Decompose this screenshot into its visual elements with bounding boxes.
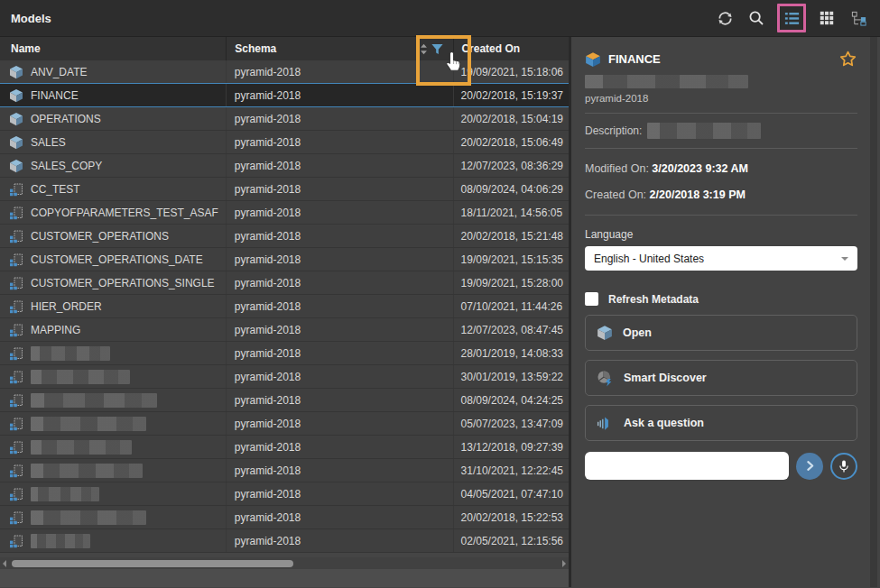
search-icon[interactable]	[746, 7, 767, 29]
datamodel-icon	[9, 464, 23, 478]
model-schema: pyramid-2018	[227, 107, 454, 130]
redacted-name	[31, 417, 146, 431]
datamodel-icon	[9, 534, 23, 548]
ask-question-button[interactable]: Ask a question	[585, 405, 857, 441]
column-header-created[interactable]: Created On	[454, 37, 569, 60]
table-row[interactable]: SALES pyramid-2018 20/02/2018, 15:06:49	[0, 131, 569, 154]
language-dropdown[interactable]: English - United States	[585, 246, 857, 271]
table-row[interactable]: pyramid-2018 28/01/2019, 14:08:33	[0, 342, 569, 365]
language-label: Language	[585, 228, 857, 241]
table-row[interactable]: CC_TEST pyramid-2018 08/09/2024, 04:06:2…	[0, 178, 569, 201]
model-name: ANV_DATE	[31, 66, 87, 78]
model-name: CC_TEST	[31, 183, 80, 196]
filter-funnel-icon[interactable]	[431, 42, 444, 56]
created-on-row: Created On: 2/20/2018 3:19 PM	[585, 188, 857, 201]
table-row[interactable]: pyramid-2018 30/01/2019, 13:59:22	[0, 365, 569, 389]
model-schema: pyramid-2018	[227, 482, 454, 505]
model-name: CUSTOMER_OPERATIONS	[31, 230, 169, 243]
model-name: SALES_COPY	[31, 160, 102, 172]
redacted-name	[31, 510, 146, 525]
model-schema: pyramid-2018	[227, 506, 454, 528]
model-created: 13/12/2018, 09:27:39	[454, 436, 569, 458]
model-created: 04/05/2021, 07:47:10	[454, 482, 569, 505]
model-created: 20/02/2018, 15:06:49	[454, 131, 569, 153]
ask-question-input[interactable]	[585, 452, 789, 480]
model-schema: pyramid-2018	[227, 178, 454, 200]
list-view-icon[interactable]	[781, 7, 802, 29]
titlebar: Models	[0, 0, 880, 37]
table-row[interactable]: CUSTOMER_OPERATIONS_DATE pyramid-2018 19…	[0, 248, 569, 271]
horizontal-scrollbar[interactable]	[0, 557, 569, 569]
smart-discover-button[interactable]: Smart Discover	[585, 360, 857, 396]
sort-arrows-icon[interactable]	[420, 42, 428, 56]
cube-icon	[9, 65, 23, 79]
table-row[interactable]: SALES_COPY pyramid-2018 12/07/2023, 08:3…	[0, 154, 569, 178]
column-header-schema[interactable]: Schema	[227, 37, 454, 60]
redacted-name	[31, 534, 90, 548]
model-created: 30/01/2019, 13:59:22	[454, 365, 569, 388]
scroll-right-icon[interactable]	[562, 560, 566, 567]
model-schema: pyramid-2018	[227, 84, 454, 106]
column-header-name[interactable]: Name	[0, 37, 227, 60]
refresh-icon[interactable]	[714, 7, 736, 29]
open-button[interactable]: Open	[585, 315, 857, 351]
scroll-left-icon[interactable]	[3, 560, 6, 567]
model-name: CUSTOMER_OPERATIONS_SINGLE	[31, 277, 215, 289]
datamodel-icon	[9, 510, 23, 525]
datamodel-icon	[9, 229, 23, 243]
cube-icon	[9, 88, 23, 103]
model-schema: pyramid-2018	[227, 201, 454, 224]
model-created: 19/09/2021, 15:15:35	[454, 248, 569, 271]
titlebar-actions	[714, 4, 869, 32]
table-row[interactable]: pyramid-2018 08/09/2024, 04:24:25	[0, 389, 569, 412]
send-button[interactable]	[796, 453, 823, 480]
smart-discover-icon	[597, 370, 614, 387]
hierarchy-view-icon[interactable]	[848, 7, 869, 29]
scrollbar-thumb[interactable]	[12, 560, 293, 567]
model-name: MAPPING	[31, 324, 80, 336]
cube-icon	[597, 325, 613, 341]
model-name: FINANCE	[31, 89, 79, 102]
model-schema: pyramid-2018	[227, 131, 454, 153]
model-created: 19/09/2021, 15:28:00	[454, 271, 569, 294]
table-row[interactable]: COPYOFPARAMETERS_TEST_ASAF pyramid-2018 …	[0, 201, 569, 225]
model-name: OPERATIONS	[31, 113, 101, 125]
table-row[interactable]: pyramid-2018 31/10/2021, 12:22:45	[0, 459, 569, 482]
table-row[interactable]: pyramid-2018 13/12/2018, 09:27:39	[0, 436, 569, 459]
datamodel-icon	[9, 323, 23, 337]
refresh-metadata-checkbox[interactable]	[585, 292, 598, 306]
datamodel-icon	[9, 276, 23, 290]
panel-scrollbar-track[interactable]	[870, 37, 877, 587]
table-row[interactable]: pyramid-2018 02/05/2021, 12:15:56	[0, 529, 569, 553]
model-schema: pyramid-2018	[227, 365, 454, 388]
modified-on-row: Modified On: 3/20/2023 9:32 AM	[585, 162, 857, 175]
model-created: 12/07/2023, 08:36:29	[454, 154, 569, 177]
table-row[interactable]: pyramid-2018 20/02/2018, 15:22:53	[0, 506, 569, 529]
table-row[interactable]: CUSTOMER_OPERATIONS pyramid-2018 20/02/2…	[0, 225, 569, 248]
model-schema: pyramid-2018	[227, 154, 454, 177]
table-row[interactable]: MAPPING pyramid-2018 12/07/2023, 08:47:4…	[0, 318, 569, 342]
model-created: 20/02/2018, 15:21:48	[454, 225, 569, 247]
model-created: 08/09/2024, 04:24:25	[454, 389, 569, 411]
table-row[interactable]: FINANCE pyramid-2018 20/02/2018, 15:19:3…	[0, 84, 569, 107]
table-row[interactable]: ANV_DATE pyramid-2018 19/09/2021, 15:18:…	[0, 60, 569, 84]
grid-view-icon[interactable]	[816, 7, 838, 29]
model-schema: pyramid-2018	[227, 225, 454, 247]
model-schema: pyramid-2018	[227, 318, 454, 341]
table-row[interactable]: OPERATIONS pyramid-2018 20/02/2018, 15:0…	[0, 107, 569, 131]
model-schema: pyramid-2018	[227, 248, 454, 271]
table-row[interactable]: pyramid-2018 05/07/2023, 13:47:09	[0, 412, 569, 436]
language-selected-value: English - United States	[594, 253, 841, 265]
datamodel-icon	[9, 440, 23, 455]
star-icon[interactable]	[838, 50, 857, 69]
chevron-down-icon	[841, 257, 848, 264]
microphone-button[interactable]	[830, 453, 857, 480]
table-row[interactable]: pyramid-2018 04/05/2021, 07:47:10	[0, 482, 569, 506]
table-row[interactable]: CUSTOMER_OPERATIONS_SINGLE pyramid-2018 …	[0, 271, 569, 295]
chevron-right-icon	[804, 460, 816, 472]
model-created: 19/09/2021, 15:18:06	[454, 60, 569, 83]
model-created: 07/10/2021, 11:44:26	[454, 295, 569, 317]
model-name: CUSTOMER_OPERATIONS_DATE	[31, 253, 203, 266]
table-row[interactable]: HIER_ORDER pyramid-2018 07/10/2021, 11:4…	[0, 295, 569, 318]
models-window: Models	[0, 0, 880, 588]
